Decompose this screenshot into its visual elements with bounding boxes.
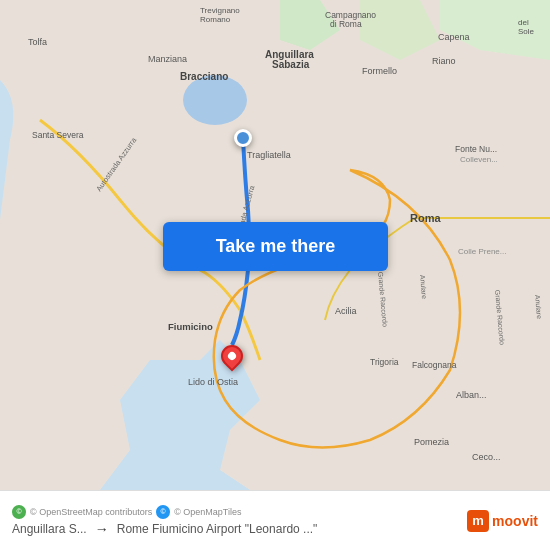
svg-text:Colle Prene...: Colle Prene...	[458, 247, 506, 256]
osm-label: © OpenStreetMap contributors	[30, 507, 152, 517]
moovit-branding: m moovit	[467, 510, 538, 532]
svg-text:del: del	[518, 18, 529, 27]
svg-text:Lido di Ostia: Lido di Ostia	[188, 377, 238, 387]
omt-icon: ©	[156, 505, 170, 519]
svg-text:Fiumicino: Fiumicino	[168, 321, 213, 332]
take-me-there-button[interactable]: Take me there	[163, 222, 388, 271]
moovit-logo-icon: m	[467, 510, 489, 532]
moovit-logo-text: moovit	[492, 513, 538, 529]
svg-text:Colleven...: Colleven...	[460, 155, 498, 164]
route-origin-label: Anguillara S...	[12, 522, 87, 536]
svg-text:Sole: Sole	[518, 27, 535, 36]
osm-attribution: © © OpenStreetMap contributors © © OpenM…	[12, 505, 317, 519]
svg-text:Capena: Capena	[438, 32, 470, 42]
omt-label: © OpenMapTiles	[174, 507, 241, 517]
route-arrow-icon: →	[95, 521, 109, 537]
svg-text:Tragliatella: Tragliatella	[247, 150, 291, 160]
svg-text:Trevignano: Trevignano	[200, 6, 240, 15]
svg-point-1	[183, 75, 247, 125]
osm-icon: ©	[12, 505, 26, 519]
svg-text:Bracciano: Bracciano	[180, 71, 228, 82]
svg-text:Roma: Roma	[410, 212, 441, 224]
svg-text:Santa Severa: Santa Severa	[32, 130, 84, 140]
svg-text:Pomezia: Pomezia	[414, 437, 449, 447]
svg-text:Falcognana: Falcognana	[412, 360, 457, 370]
route-dest-label: Rome Fiumicino Airport "Leonardo ..."	[117, 522, 318, 536]
svg-text:Trigoria: Trigoria	[370, 357, 399, 367]
bottom-bar: © © OpenStreetMap contributors © © OpenM…	[0, 490, 550, 550]
svg-text:Riano: Riano	[432, 56, 456, 66]
svg-text:Ceco...: Ceco...	[472, 452, 501, 462]
svg-text:Romano: Romano	[200, 15, 231, 24]
destination-marker	[221, 345, 243, 367]
bottom-left-section: © © OpenStreetMap contributors © © OpenM…	[12, 505, 317, 537]
route-info: Anguillara S... → Rome Fiumicino Airport…	[12, 521, 317, 537]
svg-text:Formello: Formello	[362, 66, 397, 76]
svg-text:Fonte Nu...: Fonte Nu...	[455, 144, 497, 154]
map-container: Tolfa Trevignano Romano Campagnano di Ro…	[0, 0, 550, 490]
svg-text:Alban...: Alban...	[456, 390, 487, 400]
origin-marker	[234, 129, 252, 147]
svg-text:Sabazia: Sabazia	[272, 59, 310, 70]
svg-text:Tolfa: Tolfa	[28, 37, 47, 47]
svg-text:Manziana: Manziana	[148, 54, 187, 64]
svg-text:di Roma: di Roma	[330, 19, 362, 29]
svg-text:Acilia: Acilia	[335, 306, 357, 316]
